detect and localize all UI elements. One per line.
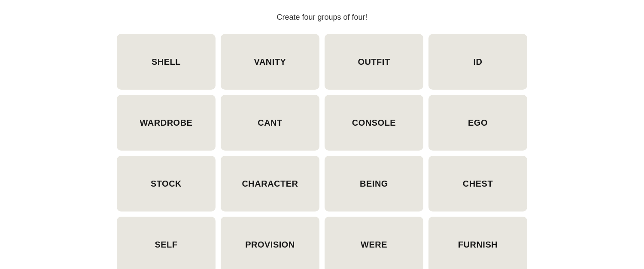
- tile-being[interactable]: BEING: [325, 156, 423, 212]
- tile-outfit[interactable]: OUTFIT: [325, 34, 423, 90]
- tile-label-console: CONSOLE: [352, 118, 396, 128]
- tile-wardrobe[interactable]: WARDROBE: [117, 95, 216, 151]
- tile-label-furnish: FURNISH: [458, 240, 498, 250]
- tile-label-provision: PROVISION: [245, 240, 295, 250]
- tile-cant[interactable]: CANT: [221, 95, 319, 151]
- tile-label-outfit: OUTFIT: [358, 57, 390, 67]
- tile-label-being: BEING: [360, 179, 388, 189]
- tile-label-shell: SHELL: [152, 57, 181, 67]
- word-grid: SHELLVANITYOUTFITIDWARDROBECANTCONSOLEEG…: [117, 34, 527, 269]
- tile-shell[interactable]: SHELL: [117, 34, 216, 90]
- tile-label-self: SELF: [155, 240, 177, 250]
- tile-label-ego: EGO: [468, 118, 488, 128]
- tile-provision[interactable]: PROVISION: [221, 217, 319, 269]
- tile-furnish[interactable]: FURNISH: [428, 217, 527, 269]
- game-subtitle: Create four groups of four!: [276, 13, 367, 22]
- tile-chest[interactable]: CHEST: [428, 156, 527, 212]
- tile-self[interactable]: SELF: [117, 217, 216, 269]
- tile-console[interactable]: CONSOLE: [325, 95, 423, 151]
- tile-label-character: CHARACTER: [242, 179, 298, 189]
- tile-id[interactable]: ID: [428, 34, 527, 90]
- tile-label-stock: STOCK: [151, 179, 182, 189]
- tile-character[interactable]: CHARACTER: [221, 156, 319, 212]
- tile-label-were: WERE: [361, 240, 387, 250]
- tile-stock[interactable]: STOCK: [117, 156, 216, 212]
- tile-label-vanity: VANITY: [254, 57, 286, 67]
- tile-label-id: ID: [474, 57, 483, 67]
- tile-vanity[interactable]: VANITY: [221, 34, 319, 90]
- tile-ego[interactable]: EGO: [428, 95, 527, 151]
- tile-were[interactable]: WERE: [325, 217, 423, 269]
- tile-label-chest: CHEST: [463, 179, 493, 189]
- tile-label-wardrobe: WARDROBE: [140, 118, 193, 128]
- tile-label-cant: CANT: [258, 118, 283, 128]
